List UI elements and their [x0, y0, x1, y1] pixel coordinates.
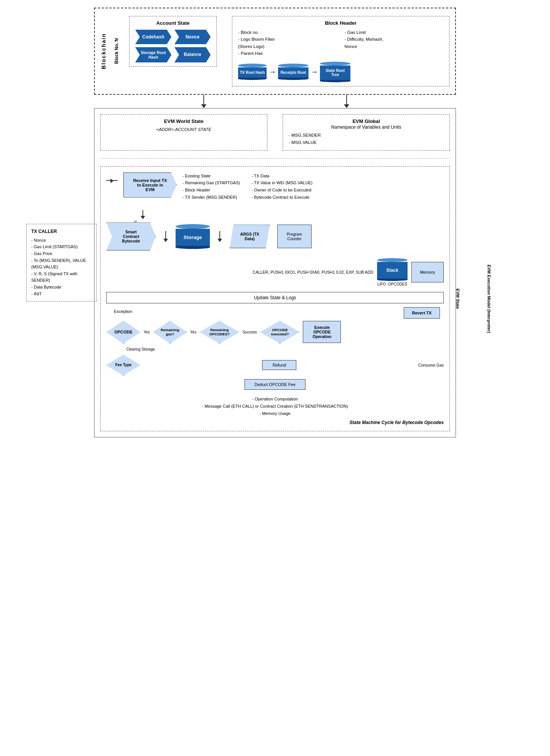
storage-bottom — [176, 246, 210, 249]
program-counter-box: Program Counter — [277, 225, 312, 248]
opcode-exec-diamond: OPCODE executed? — [260, 321, 300, 343]
bh-line1: - Block no. — [238, 29, 337, 36]
flow-control-row: OPCODE Yes Remaining gas? Yes — [106, 321, 444, 343]
arrow-receive-down — [141, 210, 444, 219]
rem-opcodes-diamond: Remaining OPCODES? — [200, 321, 240, 343]
arrow-to-storage — [163, 231, 168, 242]
arrow-line2 — [346, 95, 347, 104]
exec-info-cols: - Existing State - Remaining Gas (STARTG… — [182, 172, 444, 201]
bi2: - Message Call (ETH CALL) or Contract Cr… — [106, 403, 444, 410]
storage-cyl-wrapper: Storage — [176, 224, 210, 249]
block-no-label: Block No. N — [114, 38, 119, 64]
sc-arrow — [165, 231, 166, 239]
ic1-1: - Existing State — [182, 172, 240, 180]
revert-tx-box: Revert TX — [404, 307, 440, 319]
block-header-box: Block Header - Block no. - Logs Bloom Fi… — [232, 16, 449, 86]
sc-arrowhead — [163, 239, 168, 242]
execute-opcode-box: Execute OPCODE Operation — [303, 321, 341, 343]
deduct-fee-box: Deduct OPCODE Fee — [245, 379, 305, 390]
evm-exec-model-label: EVM Execution Model (Interpreter) — [487, 265, 491, 333]
opcode-diamond: OPCODE — [106, 321, 141, 343]
arrow-bc-evm1 — [201, 95, 206, 108]
receipts-label: Receipts Root — [278, 67, 309, 78]
tx-caller-box: TX CALLER - Nonce - Gas Limit (STARTGAS)… — [26, 224, 97, 302]
left-arrowhead — [110, 179, 114, 183]
rem-opcodes-diamond-wrapper: Remaining OPCODES? — [200, 321, 240, 343]
storage-root-hash-ribbon: Storage Root Hash — [135, 47, 171, 62]
arrow-bc-evm2 — [344, 95, 349, 108]
evm-world-state-box: EVM World State <ADDR>:ACCOUNT STATE — [100, 114, 267, 151]
account-state-box: Account State Codehash Nonce Storage Roo… — [129, 16, 217, 67]
smart-contract-shape: Smart Contract Bytecode — [106, 222, 156, 250]
success-label: Success — [243, 330, 257, 334]
exec-info-col2: - TX Data - TX Value in WEI (MSG.VALUE) … — [251, 172, 312, 201]
evm-global-item2: - MSG.VALUE — [289, 139, 444, 147]
evm-components-row: - MSG.SENDER Smart Contract Bytecode Sto… — [106, 222, 444, 250]
rem-gas-diamond: Remaining gas? — [153, 321, 187, 343]
evm-global-content: - MSG.SENDER - MSG.VALUE — [289, 132, 444, 147]
evm-global-title-text: EVM Global — [352, 118, 380, 124]
account-state-title: Account State — [135, 20, 211, 26]
lifo-label: LIFO -OPCODES — [377, 282, 407, 286]
exception-label: Exception — [114, 309, 132, 314]
nonce-ribbon: Nonce — [174, 30, 211, 44]
tc-item1: - Nonce — [31, 237, 92, 244]
bh-line3: (Stores Logs) — [238, 43, 337, 50]
ic2-1: - TX Data — [251, 172, 312, 180]
evm-state-vert-label: EVM State — [456, 289, 460, 309]
blockchain-label-wrapper: Blockchain — [95, 8, 112, 94]
block-header-col2: - Gas Limit - Difficulty, Mixhash, Nonce — [345, 29, 444, 57]
deduct-row: Deduct OPCODE Fee — [106, 379, 444, 390]
fee-refund-row: Fee Type Refund Consume Gas — [106, 354, 444, 375]
tc-item3: - Gas Price — [31, 250, 92, 257]
tc-item5: - V, R, S (Signed TX with SENDER) — [31, 271, 92, 284]
yes-text1: Yes — [144, 330, 150, 334]
balance-ribbon: Balance — [174, 47, 211, 62]
tx-root-cyl: TX Root Hash — [238, 64, 267, 80]
cylinders-row: TX Root Hash → Receipts Root → State Roo… — [238, 62, 443, 82]
tc-item6: - Data Bytecode — [31, 284, 92, 291]
ic1-4: - TX Sender (MSG.SENDER) — [182, 194, 240, 201]
stack-top — [377, 258, 408, 262]
arrowhead1 — [201, 104, 206, 108]
ta-head — [217, 239, 222, 242]
evm-global-subtitle: Namespace of Variables and Units — [331, 124, 401, 130]
opcodes-cmd-text: CALLER, PUSH1 0XO1, PUSH 0XA0, PUSH1 0.0… — [106, 270, 373, 274]
refund-box: Refund — [262, 360, 296, 370]
bh-r2: - Difficulty, Mixhash, — [345, 36, 444, 43]
exception-revert-row: Exception Revert TX — [106, 307, 444, 319]
tc-item4: - To (MSG.SENDER), VALUE (MSG.VALUE) — [31, 257, 92, 271]
block-header-content: - Block no. - Logs Bloom Filter (Stores … — [238, 29, 443, 57]
fee-type-diamond-wrapper: Fee Type — [106, 354, 141, 375]
arrow2: → — [310, 67, 318, 76]
receive-input-shape: Receive Input TX to Execute in EVM — [123, 172, 177, 198]
stack-body: Stack — [377, 262, 408, 279]
rem-opcodes-label: Remaining OPCODES? — [200, 328, 239, 336]
ic2-2: - TX Value in WEI (MSG.VALUE) — [251, 179, 312, 187]
bi1: - Operation Computation — [106, 396, 444, 403]
opcode-exec-label: OPCODE executed? — [260, 328, 299, 336]
blockchain-label: Blockchain — [101, 33, 107, 69]
ic2-3: - Owner of Code to be Executed — [251, 187, 312, 194]
left-arrow-to-receive — [106, 180, 118, 183]
evm-world-state-content: <ADDR>:ACCOUNT STATE — [106, 127, 261, 132]
exec-info-col1: - Existing State - Remaining Gas (STARTG… — [182, 172, 240, 201]
fee-type-diamond: Fee Type — [106, 354, 141, 375]
rem-gas-diamond-wrapper: Remaining gas? — [153, 321, 187, 343]
stack-bottom — [377, 279, 408, 281]
update-state-row: Update State & Logs — [106, 292, 444, 303]
block-header-col1: - Block no. - Logs Bloom Filter (Stores … — [238, 29, 337, 57]
arrow-to-args — [217, 231, 222, 242]
stack-section: Stack LIFO -OPCODES — [377, 258, 408, 286]
evm-global-item1: - MSG.SENDER — [289, 132, 444, 139]
success-text: Success — [243, 330, 257, 334]
main-diagram: Blockchain Block No. N Account State Cod… — [94, 8, 456, 437]
receipts-root-cyl: Receipts Root — [278, 64, 309, 80]
opcode-label: OPCODE — [114, 330, 133, 334]
yes-label2: Yes — [190, 330, 196, 334]
tx-caller-title: TX CALLER — [31, 228, 92, 235]
account-state-grid: Codehash Nonce Storage Root Hash Balance — [135, 30, 211, 62]
ic2-4: - Bytecode Contract to Execute — [251, 194, 312, 201]
memory-box: Memory — [411, 262, 444, 282]
opcodes-row: CALLER, PUSH1 0XO1, PUSH 0XA0, PUSH1 0.0… — [106, 258, 444, 286]
